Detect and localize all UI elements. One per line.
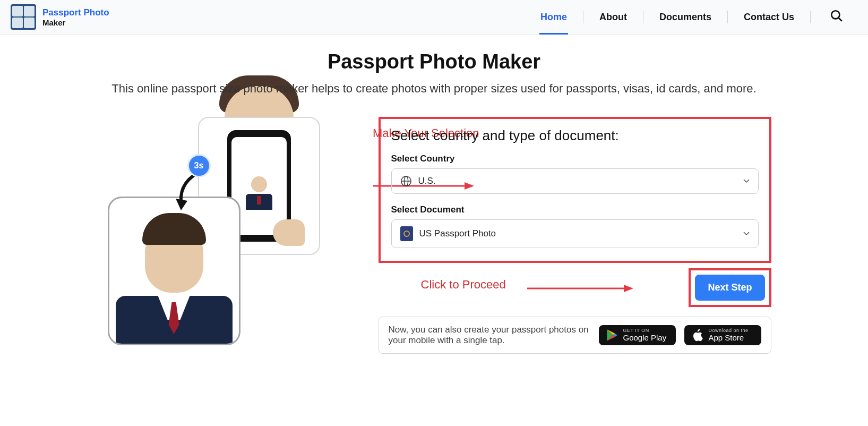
apple-icon bbox=[691, 328, 704, 342]
search-icon bbox=[830, 9, 844, 23]
result-photo-image bbox=[108, 197, 240, 345]
globe-icon bbox=[400, 175, 412, 187]
country-label: Select Country bbox=[391, 154, 759, 164]
form-area: Select country and type of document: Sel… bbox=[379, 117, 771, 354]
brand-title: Passport Photo bbox=[42, 7, 109, 18]
brand-block: Passport Photo Maker bbox=[42, 7, 109, 27]
next-step-button[interactable]: Next Step bbox=[695, 275, 764, 301]
brand-subtitle: Maker bbox=[42, 18, 109, 27]
nav-about[interactable]: About bbox=[583, 6, 643, 28]
form-heading: Select country and type of document: bbox=[391, 127, 759, 144]
content-row: Make Your Selection 3s bbox=[8, 117, 860, 354]
svg-point-0 bbox=[831, 11, 839, 19]
app-store-button[interactable]: Download on the App Store bbox=[684, 325, 761, 345]
svg-marker-9 bbox=[624, 285, 633, 292]
country-dropdown[interactable]: U.S. bbox=[391, 168, 759, 194]
nav-documents[interactable]: Documents bbox=[643, 6, 727, 28]
app-logo[interactable] bbox=[11, 4, 36, 30]
selection-form-highlight: Select country and type of document: Sel… bbox=[379, 117, 771, 263]
nav-contact[interactable]: Contact Us bbox=[728, 6, 810, 28]
next-button-highlight: Next Step bbox=[689, 268, 771, 307]
document-dropdown[interactable]: US Passport Photo bbox=[391, 219, 759, 248]
page-description: This online passport size photo maker he… bbox=[8, 82, 860, 96]
annotation-click-proceed: Click to Proceed bbox=[421, 278, 506, 292]
app-store-big: App Store bbox=[709, 334, 749, 343]
search-button[interactable] bbox=[827, 6, 847, 28]
google-play-button[interactable]: GET IT ON Google Play bbox=[599, 325, 676, 345]
country-value: U.S. bbox=[418, 176, 750, 186]
main-nav: Home About Documents Contact Us bbox=[525, 6, 857, 28]
passport-icon bbox=[400, 226, 413, 241]
nav-home[interactable]: Home bbox=[525, 6, 583, 28]
svg-line-1 bbox=[838, 18, 842, 21]
chevron-down-icon bbox=[743, 179, 750, 183]
app-banner-text: Now, you can also create your passport p… bbox=[389, 325, 590, 346]
svg-marker-4 bbox=[176, 199, 187, 210]
mobile-app-banner: Now, you can also create your passport p… bbox=[379, 317, 771, 354]
timer-badge: 3s bbox=[187, 154, 211, 177]
document-value: US Passport Photo bbox=[419, 228, 750, 239]
main-content: Passport Photo Maker This online passpor… bbox=[0, 35, 868, 375]
page-title: Passport Photo Maker bbox=[8, 50, 860, 73]
google-play-big: Google Play bbox=[623, 334, 667, 343]
illustration-area: Make Your Selection 3s bbox=[97, 117, 363, 345]
arrow-right-icon bbox=[527, 283, 633, 294]
document-label: Select Document bbox=[391, 205, 759, 215]
chevron-down-icon bbox=[743, 232, 750, 236]
header: Passport Photo Maker Home About Document… bbox=[0, 0, 868, 35]
google-play-icon bbox=[605, 328, 619, 342]
photo-illustration: 3s bbox=[108, 117, 336, 345]
next-step-row: Click to Proceed Next Step bbox=[379, 268, 771, 307]
